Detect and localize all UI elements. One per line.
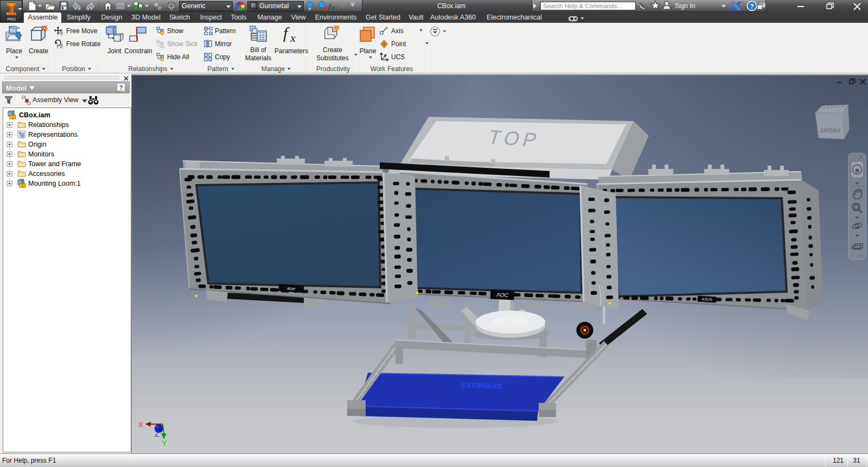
svg-text:?: ?: [750, 3, 754, 10]
svg-text:PRO: PRO: [7, 17, 16, 21]
svg-text:x: x: [290, 31, 296, 43]
svg-text:Tower and Frame: Tower and Frame: [28, 160, 81, 168]
svg-text:x: x: [331, 4, 335, 10]
svg-text:Monitors: Monitors: [28, 150, 54, 158]
svg-text:ASUS: ASUS: [701, 297, 712, 301]
svg-text:X: X: [138, 420, 144, 429]
svg-text:Y: Y: [162, 439, 167, 447]
svg-text:f: f: [283, 26, 290, 42]
svg-text:TOP: TOP: [486, 126, 544, 151]
svg-text:Origin: Origin: [28, 141, 46, 148]
svg-text:Mounting Loom:1: Mounting Loom:1: [28, 180, 81, 187]
svg-text:CBox.iam: CBox.iam: [19, 111, 50, 119]
svg-text:Relationships: Relationships: [28, 121, 69, 129]
svg-text:ΛOC: ΛOC: [496, 292, 509, 298]
svg-text:FRONT: FRONT: [820, 127, 840, 134]
svg-text:acer: acer: [287, 286, 296, 291]
svg-text:Representations: Representations: [28, 131, 78, 138]
svg-text:Z: Z: [155, 430, 159, 438]
svg-text:KEYBOARD: KEYBOARD: [461, 381, 503, 390]
svg-text:Accessories: Accessories: [28, 170, 65, 178]
svg-text:?: ?: [119, 84, 123, 91]
